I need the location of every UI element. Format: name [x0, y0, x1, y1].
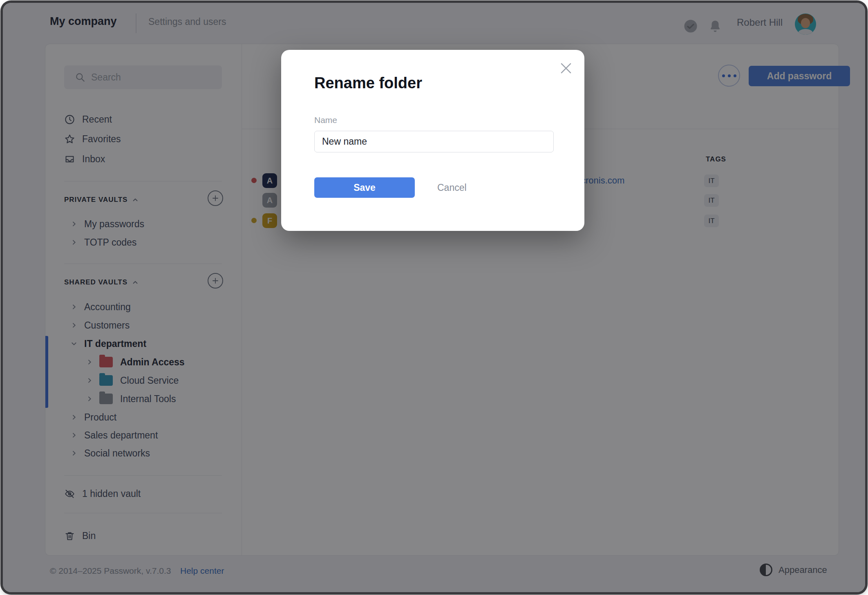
- name-field-label: Name: [314, 115, 337, 125]
- save-button[interactable]: Save: [314, 177, 415, 198]
- folder-name-input[interactable]: [314, 131, 554, 152]
- app-window: My company Settings and users Robert Hil…: [3, 3, 865, 592]
- rename-folder-modal: Rename folder Name Save Cancel: [281, 50, 584, 231]
- cancel-button[interactable]: Cancel: [429, 177, 475, 198]
- close-icon[interactable]: [558, 60, 574, 76]
- modal-title: Rename folder: [314, 74, 422, 92]
